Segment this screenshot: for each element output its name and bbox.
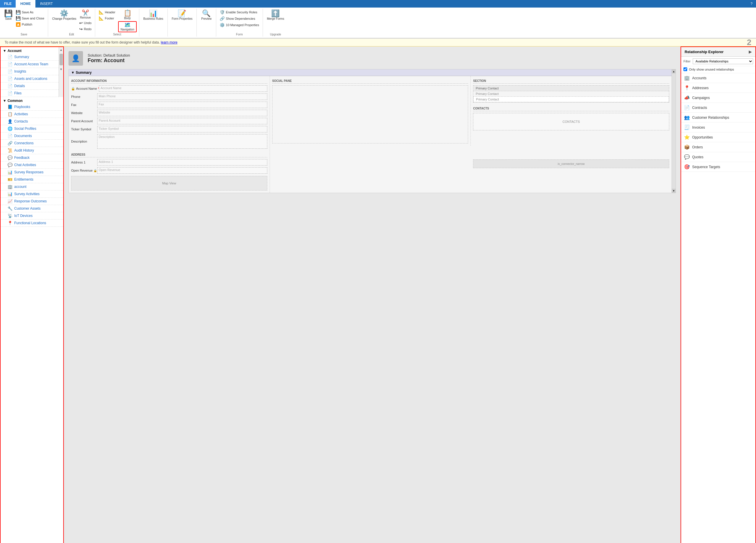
nav-item-response-outcomes[interactable]: 📈 Response Outcomes [1, 198, 63, 205]
nav-item-connections[interactable]: 🔗 Connections [1, 140, 63, 147]
rel-item-campaigns[interactable]: 📣 Campaigns [681, 93, 755, 103]
contracts-icon: 📄 [684, 105, 690, 110]
nav-item-files[interactable]: 📄 Files [1, 90, 59, 97]
save-button[interactable]: 💾 Save [2, 9, 15, 21]
phone-input[interactable]: Main Phone [97, 93, 267, 100]
preview-button[interactable]: 🔍 Preview [199, 9, 214, 21]
header-button[interactable]: 📐 Header [98, 9, 116, 15]
audit-history-label: Audit History [14, 148, 34, 152]
body-button[interactable]: 📋 Body [118, 9, 136, 20]
nav-item-assets[interactable]: 📄 Assets and Locations [1, 75, 59, 82]
scroll-up-btn[interactable]: ▲ [672, 69, 676, 73]
documents-label: Documents [14, 134, 32, 138]
nav-item-contacts[interactable]: 👤 Contacts [1, 118, 63, 125]
assets-icon: 📄 [8, 76, 12, 81]
nav-item-feedback[interactable]: 💬 Feedback [1, 154, 63, 161]
open-revenue-input[interactable]: Open Revenue [97, 167, 267, 174]
rel-item-invoices[interactable]: 🧾 Invoices [681, 122, 755, 132]
rel-item-contracts[interactable]: 📄 Contracts [681, 103, 755, 113]
invoices-icon: 🧾 [684, 124, 690, 130]
body-label: Body [124, 17, 131, 20]
footer-icon: 📐 [99, 16, 104, 21]
account-name-input[interactable]: Account Name [99, 85, 267, 92]
field-fax: Fax Fax [71, 102, 267, 108]
right-panel-expand-btn[interactable]: ▶ [749, 49, 752, 54]
save-as-button[interactable]: 💾 Save As [15, 9, 46, 15]
rel-item-opportunities[interactable]: ⭐ Opportunities [681, 132, 755, 142]
business-rules-label: Business Rules [143, 17, 163, 20]
change-properties-button[interactable]: ⚙️ Change Properties [50, 9, 78, 21]
rel-item-orders[interactable]: 📦 Orders [681, 142, 755, 152]
nav-item-details[interactable]: 📄 Details [1, 82, 59, 90]
rel-item-customer-relationships[interactable]: 👥 Customer Relationships [681, 113, 755, 122]
nav-item-audit-history[interactable]: 📜 Audit History [1, 147, 63, 154]
nav-item-entitlements[interactable]: 🎫 Entitlements [1, 176, 63, 183]
rel-item-accounts[interactable]: 🏢 Accounts [681, 73, 755, 83]
access-team-icon: 📄 [8, 62, 12, 66]
form-vscrollbar[interactable]: ▲ ▼ [672, 69, 676, 193]
nav-item-customer-assets[interactable]: 🔧 Customer Assets [1, 205, 63, 212]
footer-label: Footer [105, 17, 114, 20]
form-properties-button[interactable]: 📝 Form Properties [170, 9, 194, 21]
nav-item-survey-activities[interactable]: 📊 Survey Activities [1, 190, 63, 198]
publish-button[interactable]: 🔼 Publish [15, 21, 46, 27]
rel-item-sequence-targets[interactable]: 🎯 Sequence Targets [681, 162, 755, 172]
orders-icon: 📦 [684, 144, 690, 150]
quotes-icon: 💬 [684, 154, 690, 160]
insights-label: Insights [14, 69, 26, 73]
undo-button[interactable]: ↩ Undo [78, 20, 93, 26]
footer-button[interactable]: 📐 Footer [98, 15, 116, 21]
edit-group-label: Edit [69, 33, 74, 36]
help-button[interactable]: ? [747, 0, 756, 8]
nav-item-survey-responses[interactable]: 📊 Survey Responses [1, 169, 63, 176]
notification-link[interactable]: learn more [161, 40, 177, 44]
unused-relationships-checkbox[interactable] [683, 67, 687, 71]
orders-name: Orders [692, 145, 703, 149]
business-rules-button[interactable]: 📊 Business Rules [142, 9, 165, 21]
nav-item-account-access-team[interactable]: 📄 Account Access Team [1, 61, 59, 68]
nav-item-functional-locations[interactable]: 📍 Functional Locations [1, 219, 63, 227]
rel-item-addresses[interactable]: 📍 Addresses [681, 83, 755, 93]
scroll-down-arrow[interactable]: ▼ [60, 66, 63, 72]
scroll-up-arrow[interactable]: ▲ [60, 47, 63, 53]
save-close-button[interactable]: 💾 Save and Close [15, 15, 46, 21]
main-layout: 1 ▼ Account 📄 Summary 📄 Account Access T… [0, 46, 756, 543]
lock-icon: 🔒 [71, 87, 75, 91]
parent-account-input[interactable]: Parent Account [97, 118, 267, 124]
nav-item-iot-devices[interactable]: 📡 IoT Devices [1, 212, 63, 219]
nav-item-account[interactable]: 🏢 account [1, 183, 63, 190]
common-title: Common [8, 99, 23, 103]
nav-item-documents[interactable]: 📄 Documents [1, 132, 63, 140]
scroll-down-btn[interactable]: ▼ [672, 189, 676, 193]
nav-item-chat-activities[interactable]: 💬 Chat Activities [1, 161, 63, 169]
website-input[interactable]: Website [97, 110, 267, 116]
fax-input[interactable]: Fax [97, 102, 267, 108]
tab-file[interactable]: FILE [0, 0, 16, 8]
filter-select[interactable]: Available Relationships [693, 58, 753, 64]
ribbon-group-select: 📐 Header 📐 Footer 📋 Body 🗺️ [95, 9, 139, 37]
show-dependencies-button[interactable]: 🔗 Show Dependencies [219, 16, 256, 21]
enable-security-button[interactable]: 🛡️ Enable Security Roles [219, 9, 258, 15]
nav-item-summary[interactable]: 📄 Summary [1, 53, 59, 61]
navigation-button[interactable]: 🗺️ Navigation [118, 21, 136, 32]
customer-assets-label: Customer Assets [14, 206, 41, 210]
ticker-symbol-input[interactable]: Ticker Symbol [97, 126, 267, 132]
address1-input[interactable]: Address 1 [97, 159, 267, 165]
merge-forms-button[interactable]: ⬆️ Merge Forms [265, 9, 286, 21]
nav-item-playbooks[interactable]: 📘 Playbooks [1, 103, 63, 111]
tab-home[interactable]: HOME [16, 0, 35, 8]
nav-item-activities[interactable]: 📋 Activities [1, 111, 63, 118]
tab-insert[interactable]: INSERT [35, 0, 57, 8]
remove-button[interactable]: ✂️ Remove [78, 9, 93, 20]
managed-properties-button[interactable]: ⚙️ 10 Managed Properties [219, 22, 260, 28]
nav-item-insights[interactable]: 📄 Insights [1, 68, 59, 75]
redo-button[interactable]: ↪ Redo [78, 26, 93, 32]
rel-item-quotes[interactable]: 💬 Quotes [681, 152, 755, 162]
description-input[interactable]: Description [97, 134, 267, 149]
top-section-scrollbar[interactable]: ▲ ▼ [59, 47, 63, 97]
preview-label: Preview [201, 17, 212, 20]
header-label: Header [105, 10, 115, 14]
account-name-label: 🔒 Account Name * [71, 87, 99, 91]
files-icon: 📄 [8, 91, 12, 95]
nav-item-social-profiles[interactable]: 🌐 Social Profiles [1, 125, 63, 132]
